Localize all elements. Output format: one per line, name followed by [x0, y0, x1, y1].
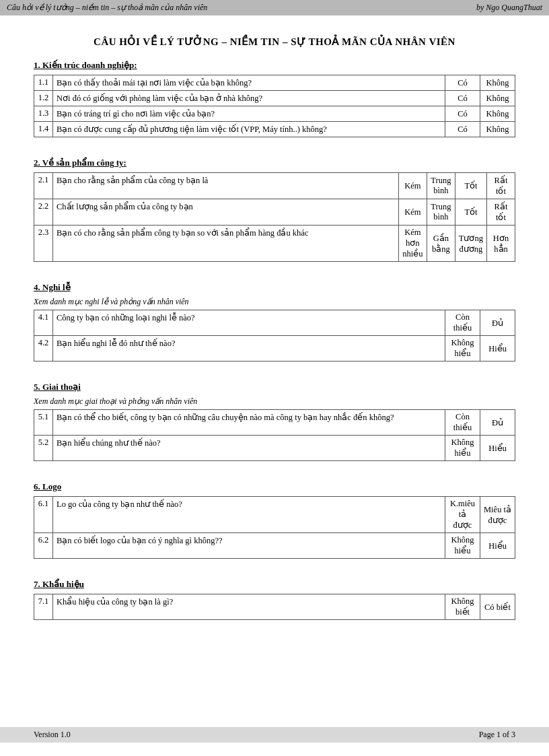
- row-question: Công ty bạn có những loại nghi lễ nào?: [53, 310, 445, 336]
- table-s4: 4.1Công ty bạn có những loại nghi lễ nào…: [34, 310, 515, 362]
- row-option: Hơn hẳn: [487, 226, 515, 262]
- row-number: 6.1: [34, 497, 53, 533]
- row-option: Kém: [398, 173, 427, 199]
- table-row: 2.1Bạn cho rằng sản phẩm của công ty bạn…: [34, 173, 515, 199]
- row-option: Miêu tả được: [480, 497, 515, 533]
- row-number: 7.1: [34, 594, 53, 620]
- header-bar: Câu hỏi về lý tưởng – niềm tin – sự thoả…: [0, 0, 549, 15]
- row-option: Có: [445, 106, 480, 122]
- row-number: 5.1: [34, 410, 53, 436]
- table-row: 7.1Khẩu hiệu của công ty bạn là gì?Không…: [34, 594, 515, 620]
- table-s7: 7.1Khẩu hiệu của công ty bạn là gì?Không…: [34, 594, 515, 620]
- section-heading-s4: 4. Nghi lễ: [34, 282, 515, 293]
- row-option: Đủ: [480, 310, 515, 336]
- section-heading-s7: 7. Khẩu hiệu: [34, 579, 515, 590]
- row-option: Không: [480, 91, 515, 106]
- row-number: 6.2: [34, 533, 53, 559]
- table-row: 6.1Lo go của công ty bạn như thế nào?K.m…: [34, 497, 515, 533]
- row-option: Hiểu: [480, 533, 515, 559]
- footer-bar: Version 1.0 Page 1 of 3: [0, 727, 549, 743]
- row-question: Bạn có được cung cấp đủ phương tiện làm …: [53, 122, 445, 137]
- row-question: Khẩu hiệu của công ty bạn là gì?: [53, 594, 445, 620]
- row-question: Bạn có thể cho biết, công ty bạn có nhữn…: [53, 410, 445, 436]
- section-subtext-s5: Xem danh mục giai thoại và phỏng vấn nhâ…: [34, 397, 515, 407]
- row-option: Không: [480, 75, 515, 91]
- row-number: 1.1: [34, 75, 53, 91]
- row-option: Còn thiếu: [445, 310, 480, 336]
- footer-right: Page 1 of 3: [479, 730, 515, 740]
- header-right: by Ngo QuangThuat: [476, 3, 542, 13]
- table-row: 4.2Bạn hiểu nghi lễ đó như thế nào?Không…: [34, 336, 515, 362]
- table-s5: 5.1Bạn có thể cho biết, công ty bạn có n…: [34, 409, 515, 461]
- row-question: Nơi đó có giống với phòng làm việc của b…: [53, 91, 445, 106]
- row-number: 2.2: [34, 199, 53, 226]
- table-row: 5.1Bạn có thể cho biết, công ty bạn có n…: [34, 410, 515, 436]
- row-option: Không hiểu: [445, 336, 480, 362]
- row-question: Bạn có thấy thoải mái tại nơi làm việc c…: [53, 75, 445, 91]
- table-s1: 1.1Bạn có thấy thoải mái tại nơi làm việ…: [34, 75, 515, 137]
- header-left: Câu hỏi về lý tưởng – niềm tin – sự thoả…: [7, 3, 207, 13]
- row-option: Trung bình: [427, 173, 455, 199]
- main-content: CÂU HỎI VỀ LÝ TƯỞNG – NIỀM TIN – SỰ THOẢ…: [0, 15, 549, 686]
- table-row: 1.4Bạn có được cung cấp đủ phương tiện l…: [34, 122, 515, 137]
- table-row: 5.2Bạn hiểu chúng như thế nào?Không hiểu…: [34, 436, 515, 461]
- table-row: 6.2Bạn có biết logo của bạn có ý nghĩa g…: [34, 533, 515, 559]
- row-number: 5.2: [34, 436, 53, 461]
- row-option: Còn thiếu: [445, 410, 480, 436]
- row-number: 1.2: [34, 91, 53, 106]
- section-heading-s5: 5. Giai thoại: [34, 382, 515, 392]
- row-option: Rất tốt: [487, 173, 515, 199]
- section-heading-s6: 6. Logo: [34, 481, 515, 492]
- row-question: Bạn cho rằng sản phẩm của công ty bạn là: [53, 173, 399, 199]
- sections-container: 1. Kiến trúc doanh nghiệp:1.1Bạn có thấy…: [34, 60, 515, 646]
- row-number: 2.1: [34, 173, 53, 199]
- row-option: Tốt: [455, 173, 486, 199]
- row-question: Chất lượng sản phẩm của công ty bạn: [53, 199, 399, 226]
- row-number: 1.3: [34, 106, 53, 122]
- table-s6: 6.1Lo go của công ty bạn như thế nào?K.m…: [34, 496, 515, 559]
- row-question: Bạn có cho rằng sản phẩm công ty bạn so …: [53, 226, 399, 262]
- page-title: CÂU HỎI VỀ LÝ TƯỞNG – NIỀM TIN – SỰ THOẢ…: [34, 36, 515, 48]
- row-option: Có biết: [480, 594, 515, 620]
- row-option: Tương đương: [455, 226, 486, 262]
- table-row: 2.3Bạn có cho rằng sản phẩm công ty bạn …: [34, 226, 515, 262]
- row-question: Bạn có tráng trí gì cho nơi làm việc của…: [53, 106, 445, 122]
- row-question: Bạn hiểu chúng như thế nào?: [53, 436, 445, 461]
- row-option: Không: [480, 122, 515, 137]
- row-option: Hiểu: [480, 336, 515, 362]
- row-option: Kém hơn nhiều: [398, 226, 427, 262]
- row-option: Có: [445, 91, 480, 106]
- section-subtext-s4: Xem danh mục nghi lễ và phỏng vấn nhân v…: [34, 297, 515, 307]
- row-option: Kém: [398, 199, 427, 226]
- row-option: Đủ: [480, 410, 515, 436]
- row-option: Không hiểu: [445, 533, 480, 559]
- table-row: 2.2Chất lượng sản phẩm của công ty bạnKé…: [34, 199, 515, 226]
- section-heading-s2: 2. Về sản phẩm công ty:: [34, 158, 515, 168]
- row-option: K.miêu tả được: [445, 497, 480, 533]
- row-option: Có: [445, 122, 480, 137]
- table-row: 1.2Nơi đó có giống với phòng làm việc củ…: [34, 91, 515, 106]
- row-number: 4.2: [34, 336, 53, 362]
- row-question: Bạn hiểu nghi lễ đó như thế nào?: [53, 336, 445, 362]
- row-number: 4.1: [34, 310, 53, 336]
- row-option: Tốt: [455, 199, 486, 226]
- row-question: Bạn có biết logo của bạn có ý nghĩa gì k…: [53, 533, 445, 559]
- row-option: Rất tốt: [487, 199, 515, 226]
- row-option: Không: [480, 106, 515, 122]
- table-s2: 2.1Bạn cho rằng sản phẩm của công ty bạn…: [34, 172, 515, 262]
- table-row: 1.3Bạn có tráng trí gì cho nơi làm việc …: [34, 106, 515, 122]
- row-option: Trung bình: [427, 199, 455, 226]
- row-option: Gần bằng: [427, 226, 455, 262]
- row-option: Không hiểu: [445, 436, 480, 461]
- row-option: Hiểu: [480, 436, 515, 461]
- row-option: Có: [445, 75, 480, 91]
- footer-left: Version 1.0: [34, 730, 71, 740]
- row-question: Lo go của công ty bạn như thế nào?: [53, 497, 445, 533]
- row-number: 1.4: [34, 122, 53, 137]
- row-option: Không biết: [445, 594, 480, 620]
- section-heading-s1: 1. Kiến trúc doanh nghiệp:: [34, 60, 515, 71]
- row-number: 2.3: [34, 226, 53, 262]
- table-row: 1.1Bạn có thấy thoải mái tại nơi làm việ…: [34, 75, 515, 91]
- table-row: 4.1Công ty bạn có những loại nghi lễ nào…: [34, 310, 515, 336]
